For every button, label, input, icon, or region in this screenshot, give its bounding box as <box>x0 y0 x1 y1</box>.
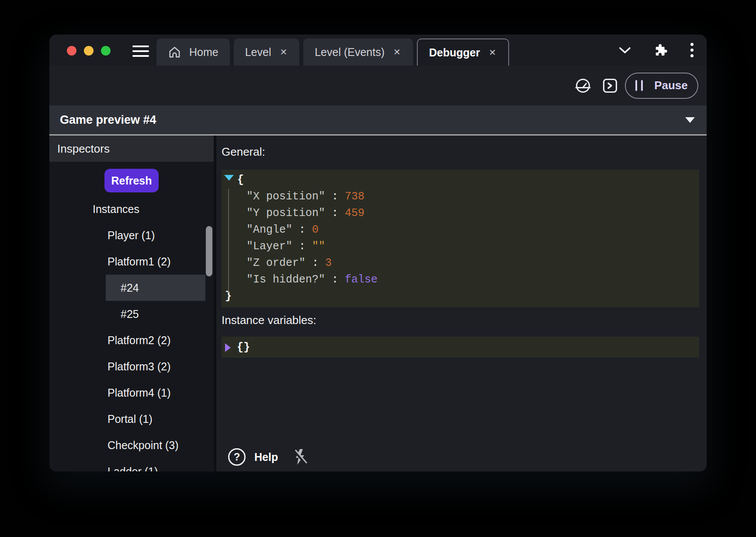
key-value-separator: : <box>325 273 345 286</box>
tree-item-label: #25 <box>121 308 139 320</box>
tree-item-label: Player (1) <box>108 229 155 241</box>
inspector-panel: General: { "X position" : 738"Y position… <box>216 136 707 471</box>
content-area: Inspectors Refresh InstancesPlayer (1)Pl… <box>49 136 707 471</box>
general-section-label: General: <box>222 145 707 159</box>
json-property-layer: "Layer" : "" <box>222 238 699 255</box>
tab-level-events-[interactable]: Level (Events)✕ <box>303 38 413 66</box>
json-property-y-position: "Y position" : 459 <box>222 205 699 222</box>
key-value-separator: : <box>325 207 345 220</box>
dropdown-caret-icon <box>685 117 695 123</box>
instance-variables-label: Instance variables: <box>222 314 707 327</box>
pause-button[interactable]: Pause <box>625 73 698 99</box>
tab-bar: HomeLevel✕Level (Events)✕Debugger✕ <box>156 38 509 66</box>
tab-close-icon[interactable]: ✕ <box>279 47 288 57</box>
pause-button-label: Pause <box>654 79 688 92</box>
key-value-separator: : <box>292 223 312 236</box>
main-menu-icon[interactable] <box>132 45 149 57</box>
property-value[interactable]: 459 <box>345 207 364 220</box>
tab-label: Debugger <box>429 46 480 59</box>
json-property-is-hidden: "Is hidden?" : false <box>222 272 699 288</box>
home-icon <box>168 45 181 59</box>
property-value[interactable]: 738 <box>345 190 364 203</box>
sidebar-scrollbar-thumb[interactable] <box>206 226 212 276</box>
console-icon[interactable] <box>603 78 617 93</box>
instance-variables-json: {} <box>222 337 699 358</box>
tab-label: Level (Events) <box>315 46 385 59</box>
json-open-brace: { <box>222 172 699 188</box>
tab-level[interactable]: Level✕ <box>234 38 300 66</box>
instances-tree: InstancesPlayer (1)Platform1 (2)#24#25Pl… <box>49 196 214 471</box>
tree-item-ladder-1[interactable]: Ladder (1) <box>49 458 214 471</box>
inspectors-sidebar: Inspectors Refresh InstancesPlayer (1)Pl… <box>49 136 214 471</box>
key-value-separator: : <box>292 240 312 253</box>
key-value-separator: : <box>305 257 325 269</box>
general-properties-json: { "X position" : 738"Y position" : 459"A… <box>222 170 699 307</box>
game-preview-selector[interactable]: Game preview #4 <box>49 105 707 134</box>
tree-item-player-1[interactable]: Player (1) <box>49 222 214 248</box>
tree-item-platform2-2[interactable]: Platform2 (2) <box>49 327 214 353</box>
more-options-kebab-icon[interactable] <box>690 43 694 57</box>
refresh-button[interactable]: Refresh <box>104 169 159 192</box>
tree-item-label: Ladder (1) <box>108 465 158 471</box>
property-value[interactable]: 3 <box>325 257 332 269</box>
tree-item-25[interactable]: #25 <box>49 301 214 327</box>
property-value[interactable]: "" <box>312 240 325 253</box>
flash-off-icon[interactable] <box>292 448 308 466</box>
inspectors-header: Inspectors <box>49 136 214 162</box>
tree-item-checkpoint-3[interactable]: Checkpoint (3) <box>49 432 214 458</box>
property-key: "X position" <box>246 190 325 203</box>
tree-item-instances[interactable]: Instances <box>49 196 214 222</box>
json-properties: "X position" : 738"Y position" : 459"Ang… <box>222 188 699 288</box>
property-key: "Angle" <box>246 223 292 236</box>
tree-item-platform3-2[interactable]: Platform3 (2) <box>49 353 214 380</box>
close-window-button[interactable] <box>67 46 76 56</box>
help-row: ? Help <box>228 447 308 467</box>
traffic-lights <box>67 46 111 56</box>
tree-item-platform4-1[interactable]: Platform4 (1) <box>49 380 214 406</box>
property-key: "Y position" <box>246 207 325 220</box>
json-property-z-order: "Z order" : 3 <box>222 255 699 272</box>
tree-item-platform1-2[interactable]: Platform1 (2) <box>49 248 214 275</box>
tab-close-icon[interactable]: ✕ <box>488 47 497 58</box>
help-label: Help <box>254 451 278 464</box>
tab-home[interactable]: Home <box>156 38 230 66</box>
title-bar: HomeLevel✕Level (Events)✕Debugger✕ <box>49 35 707 66</box>
zoom-window-button[interactable] <box>101 46 111 56</box>
profiler-speedometer-icon[interactable] <box>575 78 591 94</box>
tree-item-label: Platform3 (2) <box>108 360 170 373</box>
json-close-brace: } <box>222 288 699 305</box>
tab-label: Home <box>189 46 218 59</box>
property-value[interactable]: 0 <box>312 223 319 236</box>
json-property-angle: "Angle" : 0 <box>222 222 699 238</box>
key-value-separator: : <box>325 190 345 203</box>
property-value[interactable]: false <box>345 273 378 286</box>
tree-item-portal-1[interactable]: Portal (1) <box>49 406 214 432</box>
pause-icon <box>635 80 643 91</box>
debugger-window: HomeLevel✕Level (Events)✕Debugger✕ <box>49 35 707 471</box>
game-preview-title: Game preview #4 <box>60 113 685 127</box>
tree-item-label: Instances <box>93 203 139 215</box>
property-key: "Is hidden?" <box>246 273 325 286</box>
tree-item-label: #24 <box>121 282 139 294</box>
expand-collapsed-icon[interactable] <box>225 343 231 352</box>
inspectors-header-label: Inspectors <box>57 142 110 156</box>
json-property-x-position: "X position" : 738 <box>222 188 699 205</box>
minimize-window-button[interactable] <box>84 46 94 56</box>
tab-debugger[interactable]: Debugger✕ <box>417 38 509 66</box>
tree-item-label: Platform4 (1) <box>108 387 170 399</box>
extensions-puzzle-icon[interactable] <box>654 43 668 57</box>
tree-guide-line <box>228 189 229 293</box>
tree-item-24[interactable]: #24 <box>106 275 205 301</box>
desktop-background: HomeLevel✕Level (Events)✕Debugger✕ <box>0 0 756 537</box>
tree-item-label: Checkpoint (3) <box>108 439 179 451</box>
property-key: "Layer" <box>246 240 292 253</box>
titlebar-right-actions <box>619 35 707 66</box>
help-question-icon[interactable]: ? <box>228 448 246 466</box>
tree-item-label: Platform2 (2) <box>108 334 170 346</box>
property-key: "Z order" <box>246 257 305 269</box>
chevron-down-icon[interactable] <box>619 47 631 54</box>
tab-label: Level <box>245 46 271 59</box>
debugger-toolbar: Pause <box>49 66 707 105</box>
tab-close-icon[interactable]: ✕ <box>392 47 402 57</box>
empty-object-value: {} <box>237 341 250 354</box>
